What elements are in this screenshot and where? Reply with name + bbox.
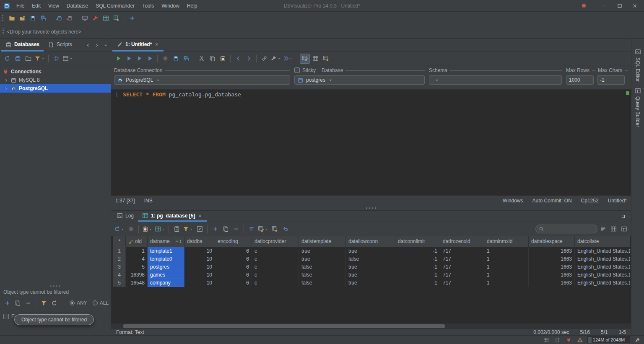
bind-variables-button[interactable] bbox=[259, 54, 269, 64]
cell-datfrozenxid-row4[interactable]: 717 bbox=[440, 271, 484, 279]
cell-datcollate-row5[interactable]: English_United States.1 bbox=[575, 279, 630, 287]
sql-tools-button[interactable] bbox=[270, 54, 282, 64]
column-header-datconnlimit[interactable]: datconnlimit bbox=[395, 236, 440, 247]
filter-objects-button[interactable] bbox=[34, 54, 46, 64]
column-header-oid[interactable]: oid bbox=[126, 236, 148, 247]
close-tab-icon[interactable] bbox=[154, 42, 159, 47]
cell-datminmxid-row5[interactable]: 1 bbox=[484, 279, 529, 287]
chevron-right-icon[interactable] bbox=[3, 86, 8, 91]
cell-datallowconn-row2[interactable]: false bbox=[346, 255, 395, 263]
cell-datlocprovider-row1[interactable]: c bbox=[252, 247, 299, 255]
cell-datminmxid-row1[interactable]: 1 bbox=[484, 247, 529, 255]
pin-results-button[interactable] bbox=[321, 54, 331, 64]
tab-untitled[interactable]: 1: Untitled* bbox=[112, 39, 164, 52]
connect-button[interactable] bbox=[54, 13, 64, 23]
collapse-all-button[interactable] bbox=[51, 54, 61, 64]
close-tab-icon[interactable] bbox=[197, 213, 203, 218]
cell-datallowconn-row1[interactable]: true bbox=[346, 247, 395, 255]
add-filter-button[interactable] bbox=[2, 298, 12, 308]
database-connection-select[interactable]: PostgreSQL bbox=[114, 75, 290, 85]
row-header-4[interactable]: 4 bbox=[113, 271, 126, 279]
cell-datname-row2[interactable]: template0 bbox=[148, 255, 184, 263]
menu-database[interactable]: Database bbox=[63, 1, 92, 10]
tree-item-mysql-8[interactable]: MySQL 8 bbox=[0, 76, 111, 84]
disconnect-button[interactable] bbox=[64, 13, 74, 23]
column-header-dattablespace[interactable]: dattablespace bbox=[529, 236, 575, 247]
cell-datname-row5[interactable]: company bbox=[148, 279, 184, 287]
stop-load-button[interactable] bbox=[126, 224, 136, 234]
cell-oid-row4[interactable]: 16398 bbox=[126, 271, 148, 279]
sidebar-splitter[interactable] bbox=[0, 283, 111, 288]
close-button[interactable] bbox=[628, 1, 641, 10]
create-folder-button[interactable] bbox=[23, 54, 33, 64]
radio-any[interactable]: ANY bbox=[70, 300, 87, 306]
grid-view-button[interactable] bbox=[608, 224, 618, 234]
cell-dattablespace-row2[interactable]: 1663 bbox=[529, 255, 575, 263]
tree-item-postgresql[interactable]: PostgreSQL bbox=[0, 84, 111, 93]
database-select[interactable]: postgres bbox=[294, 75, 425, 85]
cell-datlocprovider-row5[interactable]: c bbox=[252, 279, 299, 287]
cell-encoding-row1[interactable]: 6 bbox=[215, 247, 252, 255]
cell-dattablespace-row1[interactable]: 1663 bbox=[529, 247, 575, 255]
stop-button[interactable] bbox=[160, 54, 170, 64]
cell-datconnlimit-row5[interactable]: -1 bbox=[395, 279, 440, 287]
save-script-button[interactable] bbox=[171, 54, 181, 64]
reload-button[interactable] bbox=[113, 224, 125, 234]
tab-log[interactable]: Log bbox=[112, 211, 138, 222]
run-gc-button[interactable] bbox=[634, 336, 641, 344]
grid-corner-header[interactable]: * bbox=[113, 236, 126, 247]
open-file-button[interactable] bbox=[7, 13, 17, 23]
row-header-5[interactable]: 5 bbox=[113, 279, 126, 287]
row-header-1[interactable]: 1 bbox=[113, 247, 126, 255]
cell-datconnlimit-row4[interactable]: -1 bbox=[395, 271, 440, 279]
maximize-panel-button[interactable] bbox=[619, 212, 627, 220]
undo-button[interactable] bbox=[280, 224, 290, 234]
save-script-as-button[interactable] bbox=[181, 54, 191, 64]
cell-dattablespace-row4[interactable]: 1663 bbox=[529, 271, 575, 279]
tab-1-pg-database-5[interactable]: 1: pg_database [5] bbox=[138, 211, 207, 222]
tab-scripts[interactable]: Scripts bbox=[44, 39, 76, 52]
cell-datcollate-row2[interactable]: English_United States.1 bbox=[575, 255, 630, 263]
cell-datallowconn-row4[interactable]: true bbox=[346, 271, 395, 279]
column-header-datdba[interactable]: datdba bbox=[184, 236, 215, 247]
next-tab-button[interactable] bbox=[93, 41, 101, 49]
cell-datcollate-row3[interactable]: English_United States.1 bbox=[575, 263, 630, 271]
grid-status-button[interactable] bbox=[542, 336, 550, 344]
menu-sql-commander[interactable]: SQL Commander bbox=[92, 1, 138, 10]
chevron-right-icon[interactable] bbox=[3, 78, 8, 83]
result-target-button[interactable] bbox=[310, 54, 320, 64]
memory-indicator[interactable]: 124M of 2048M bbox=[587, 336, 630, 343]
driver-manager-button[interactable] bbox=[90, 13, 100, 23]
sql-editor[interactable]: 1 SELECT * FROM pg_catalog.pg_database bbox=[111, 90, 631, 195]
scrollbar-thumb[interactable] bbox=[123, 324, 445, 328]
schema-browser-button[interactable] bbox=[111, 13, 121, 23]
back-button[interactable] bbox=[233, 54, 243, 64]
cell-datfrozenxid-row2[interactable]: 717 bbox=[440, 255, 484, 263]
cell-encoding-row3[interactable]: 6 bbox=[215, 263, 252, 271]
log-file-button[interactable] bbox=[553, 336, 561, 344]
continue-on-error-button[interactable] bbox=[282, 54, 294, 64]
cell-datlocprovider-row4[interactable]: c bbox=[252, 271, 299, 279]
menu-help[interactable]: Help bbox=[183, 1, 201, 10]
cell-dattablespace-row5[interactable]: 1663 bbox=[529, 279, 575, 287]
cell-datconnlimit-row1[interactable]: -1 bbox=[395, 247, 440, 255]
cell-encoding-row4[interactable]: 6 bbox=[215, 271, 252, 279]
cell-datdba-row2[interactable]: 10 bbox=[184, 255, 215, 263]
max-rows-input[interactable] bbox=[566, 75, 594, 85]
cell-datfrozenxid-row5[interactable]: 717 bbox=[440, 279, 484, 287]
menu-tools[interactable]: Tools bbox=[138, 1, 158, 10]
cell-datdba-row3[interactable]: 10 bbox=[184, 263, 215, 271]
radio-all[interactable]: ALL bbox=[93, 300, 109, 306]
search-input[interactable] bbox=[546, 226, 594, 232]
tool-tab-query-builder[interactable]: Query Builder bbox=[635, 88, 641, 127]
open-recent-button[interactable] bbox=[17, 13, 27, 23]
filter-checkbox[interactable] bbox=[3, 314, 9, 319]
remove-filter-button[interactable] bbox=[23, 298, 33, 308]
export-grid-button[interactable] bbox=[154, 224, 166, 234]
cell-datallowconn-row3[interactable]: true bbox=[346, 263, 395, 271]
cell-datcollate-row1[interactable]: English_United States.1 bbox=[575, 247, 630, 255]
cell-datfrozenxid-row3[interactable]: 717 bbox=[440, 263, 484, 271]
maximize-button[interactable] bbox=[613, 1, 626, 10]
notification-badge-button[interactable] bbox=[577, 1, 590, 10]
menu-edit[interactable]: Edit bbox=[28, 1, 44, 10]
